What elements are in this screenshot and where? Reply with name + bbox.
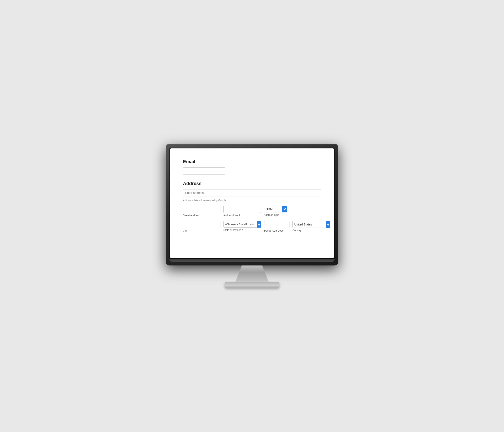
email-section: Email (183, 159, 321, 174)
address-type-select-wrapper: HOME WORK OTHER (264, 206, 287, 212)
zip-input[interactable] (264, 221, 289, 228)
monitor-body: Email Address Autocomplete addresses usi… (166, 144, 338, 265)
stand-neck (235, 265, 269, 282)
state-select[interactable]: -Choose a State/Province- Alabama Alaska… (223, 221, 261, 228)
city-input[interactable] (183, 221, 220, 228)
country-select[interactable]: United States Canada United Kingdom Aust… (292, 221, 330, 228)
stand-base (225, 282, 279, 288)
monitor-screen: Email Address Autocomplete addresses usi… (170, 148, 334, 258)
country-group: United States Canada United Kingdom Aust… (292, 221, 330, 232)
address-type-group: HOME WORK OTHER Address Type (264, 206, 287, 216)
address-line2-input[interactable] (223, 206, 261, 213)
city-label: City (183, 229, 220, 232)
address-type-label: Address Type (264, 214, 287, 216)
address-row2: City -Choose a State/Province- Alabama A… (183, 221, 321, 232)
address-line2-group: Address Line 2 (223, 206, 261, 217)
street-address-group: Street Address (183, 206, 220, 217)
address-autocomplete-input[interactable] (183, 189, 321, 197)
address-line2-label: Address Line 2 (223, 214, 261, 217)
address-section: Address Autocomplete addresses using Goo… (183, 181, 321, 232)
street-address-input[interactable] (183, 206, 220, 213)
state-select-wrapper: -Choose a State/Province- Alabama Alaska… (223, 221, 261, 228)
email-input[interactable] (183, 167, 225, 174)
city-group: City (183, 221, 220, 232)
state-group: -Choose a State/Province- Alabama Alaska… (223, 221, 261, 232)
monitor-screen-bezel: Email Address Autocomplete addresses usi… (170, 148, 334, 259)
address-label: Address (183, 181, 321, 186)
zip-group: Postal / Zip Code (264, 221, 289, 232)
email-label: Email (183, 159, 321, 164)
monitor-bottom-bar (170, 259, 334, 262)
address-row1: Street Address Address Line 2 HOME WORK (183, 206, 321, 217)
address-type-select[interactable]: HOME WORK OTHER (264, 206, 287, 212)
state-label: State / Province * (223, 229, 261, 232)
country-label: Country (292, 229, 330, 232)
zip-label: Postal / Zip Code (264, 229, 289, 232)
monitor-wrapper: Email Address Autocomplete addresses usi… (166, 144, 338, 288)
country-select-wrapper: United States Canada United Kingdom Aust… (292, 221, 330, 228)
autocomplete-hint: Autocomplete addresses using Google (183, 199, 321, 202)
street-address-label: Street Address (183, 214, 220, 217)
